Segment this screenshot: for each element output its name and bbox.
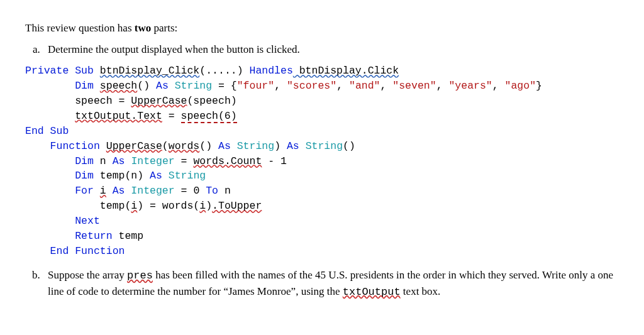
kw-as3: As: [287, 140, 306, 152]
ty-string: String: [175, 80, 212, 92]
kw-end-function: End Function: [50, 245, 125, 257]
l3-rhs: (speech): [187, 95, 236, 107]
minus-one: - 1: [262, 155, 287, 167]
event-name: btnDisplay.Click: [293, 65, 399, 77]
part-a-prompt: Determine the output displayed when the …: [48, 43, 300, 55]
kw-dim: Dim: [75, 80, 94, 92]
str-four: "four": [237, 80, 274, 92]
l3-lhs: speech =: [75, 95, 131, 107]
kw-return: Return: [75, 230, 112, 242]
pb-t3: text box.: [401, 285, 441, 297]
ty-string2: String: [237, 140, 274, 152]
ty-integer: Integer: [131, 155, 174, 167]
kw-as6: As: [106, 185, 131, 197]
code-block: Private Sub btnDisplay_Click(.....) Hand…: [25, 63, 619, 259]
part-a: Determine the output displayed when the …: [43, 43, 619, 56]
intro-paragraph: This review question has two parts:: [25, 22, 619, 35]
ty-integer2: Integer: [131, 185, 174, 197]
parts-list: Determine the output displayed when the …: [43, 43, 619, 56]
kw-as: As: [150, 80, 175, 92]
sp: [100, 140, 106, 152]
kw-private-sub: Private Sub: [25, 65, 94, 77]
parts-list-b: Suppose the array pres has been filled w…: [43, 268, 619, 300]
paren-empty3: (): [343, 140, 355, 152]
temp-open: temp(: [100, 200, 131, 212]
kw-as5: As: [150, 170, 169, 182]
paren-empty: (): [137, 80, 150, 92]
part-b: Suppose the array pres has been filled w…: [43, 268, 619, 300]
intro-suffix: parts:: [151, 22, 177, 34]
kw-end-sub: End Sub: [25, 125, 69, 137]
var-speech: speech: [100, 80, 137, 92]
kw-next: Next: [75, 215, 100, 227]
par-close: ): [237, 65, 250, 77]
kw-dim3: Dim: [75, 170, 94, 182]
to-upper: .ToUpper: [212, 200, 262, 212]
pb-txtout: txtOutput: [343, 286, 401, 298]
fn-btnDisplay: btnDisplay_Click: [100, 65, 199, 77]
par-open: (: [199, 65, 206, 77]
mid-assign: ) = words(: [137, 200, 199, 212]
comma5: ,: [492, 80, 505, 92]
l4-eq: =: [162, 110, 181, 122]
comma4: ,: [436, 80, 449, 92]
txtoutput-text: txtOutput.Text: [75, 110, 162, 122]
pb-t1: Suppose the array: [48, 269, 127, 281]
ty-string3: String: [306, 140, 343, 152]
sp2: [94, 185, 100, 197]
temp-n: temp(n): [94, 170, 150, 182]
kw-for: For: [75, 185, 94, 197]
var-i: i: [100, 185, 106, 197]
par-close3: ): [206, 200, 212, 212]
eq-zero: = 0: [175, 185, 206, 197]
arg-words: words: [169, 140, 200, 152]
speech-6: speech(6): [181, 110, 237, 123]
kw-dim2: Dim: [75, 155, 94, 167]
str-scores: "scores": [287, 80, 336, 92]
par-close2: ): [274, 140, 287, 152]
eq-brace: = {: [212, 80, 237, 92]
str-ago: "ago": [505, 80, 536, 92]
ret-temp: temp: [113, 230, 144, 242]
var-n: n: [94, 155, 113, 167]
kw-as4: As: [113, 155, 131, 167]
intro-bold: two: [135, 22, 151, 34]
words-count: words.Count: [193, 155, 262, 167]
kw-to: To: [206, 185, 218, 197]
idx-i2: i: [199, 200, 206, 212]
comma3: ,: [380, 80, 393, 92]
intro-prefix: This review question has: [25, 22, 135, 34]
to-n: n: [218, 185, 231, 197]
comma1: ,: [274, 80, 287, 92]
paren-empty2: (): [199, 140, 212, 152]
comma2: ,: [336, 80, 349, 92]
kw-handles: Handles: [250, 65, 293, 77]
str-and: "and": [349, 80, 380, 92]
str-years: "years": [448, 80, 492, 92]
param-dots: .....: [206, 65, 237, 77]
kw-function: Function: [50, 140, 100, 152]
fn-uppercase-call: UpperCase: [131, 95, 187, 107]
pb-pres: pres: [127, 270, 153, 282]
kw-as2: As: [212, 140, 237, 152]
brace-close: }: [536, 80, 542, 92]
ty-string4: String: [169, 170, 206, 182]
str-seven: "seven": [392, 80, 436, 92]
par-open2: (: [162, 140, 169, 152]
eq2: =: [175, 155, 194, 167]
part-b-text: Suppose the array pres has been filled w…: [48, 269, 613, 297]
fn-uppercase-def: UpperCase: [106, 140, 162, 152]
idx-i1: i: [131, 200, 137, 212]
